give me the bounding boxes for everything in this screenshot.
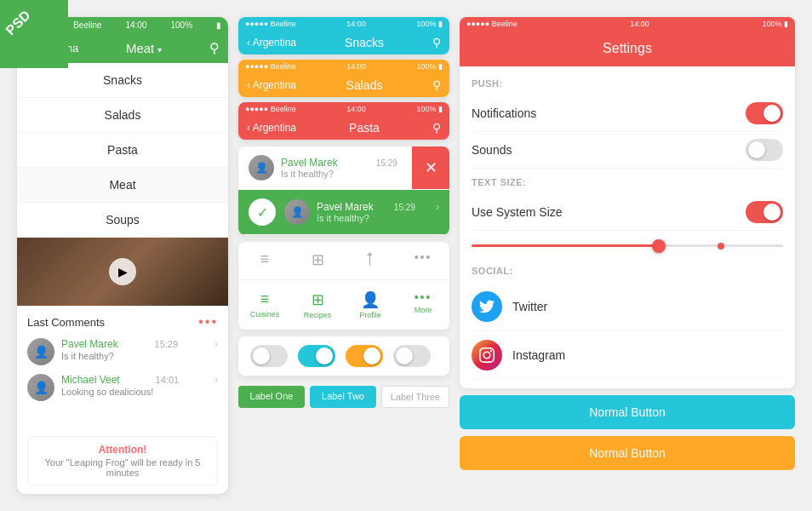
- comment-content-2: Michael Veet 14:01 › Looking so dealicio…: [61, 374, 218, 397]
- label-btn-one[interactable]: Label One: [238, 386, 305, 408]
- tab-profile-inactive[interactable]: ⭡: [344, 242, 397, 279]
- toggle-3[interactable]: [346, 345, 383, 367]
- toggle-knob-3: [363, 347, 380, 365]
- menu-list: Snacks Salads Pasta Meat Soups: [17, 63, 228, 238]
- menu-item-meat[interactable]: Meat: [17, 168, 228, 203]
- slider-dot-1: [718, 243, 724, 250]
- comments-more[interactable]: •••: [198, 314, 218, 330]
- swipe-avatar-1: 👤: [249, 155, 274, 181]
- tab-more-inactive[interactable]: •••: [397, 242, 449, 279]
- play-button[interactable]: ▶: [109, 258, 136, 285]
- screen-teal: ●●●●● Beeline 14:00 100% ▮ ‹ Argentina S…: [238, 17, 449, 55]
- nav-title: Meat ▾: [78, 41, 209, 55]
- attention-title: Attention!: [35, 444, 210, 456]
- settings-header: Settings: [460, 31, 795, 66]
- twitter-label: Twitter: [512, 300, 547, 313]
- screen-orange-nav: ‹ Argentina Salads ⚲: [238, 73, 449, 97]
- menu-item-snacks[interactable]: Snacks: [17, 63, 228, 98]
- label-btn-two[interactable]: Label Two: [310, 386, 376, 408]
- more-icon: •••: [415, 250, 432, 264]
- sounds-knob: [748, 141, 765, 158]
- comment-time-1: 15:29: [155, 339, 179, 349]
- settings-card: ●●●●● Beeline 14:00 100% ▮ Settings PUSH…: [460, 17, 795, 388]
- textsize-section-title: TEXT SIZE:: [472, 177, 783, 187]
- comment-name-1: Pavel Marek: [61, 338, 118, 350]
- swipe-item-1[interactable]: 👤 Pavel Marek 15:29 › Is it healthy? ✕: [238, 146, 449, 190]
- screen-red-search[interactable]: ⚲: [432, 121, 441, 135]
- swipe-delete-btn[interactable]: ✕: [412, 146, 449, 189]
- menu-item-soups[interactable]: Soups: [17, 203, 228, 238]
- swipe-item-2[interactable]: ✓ 👤 Pavel Marek 15:29 › Is it healthy?: [238, 190, 449, 235]
- recipes-icon: ⊞: [312, 250, 324, 269]
- instagram-row[interactable]: Instagram: [472, 331, 783, 380]
- tab-bar-row2: ≡ Cuisines ⊞ Recipes 👤 Profile ••• More: [238, 280, 449, 330]
- profile-label: Profile: [359, 311, 381, 319]
- normal-button-teal[interactable]: Normal Button: [460, 395, 795, 429]
- avatar-1: 👤: [27, 338, 54, 365]
- time: 14:00: [125, 20, 146, 30]
- notifications-label: Notifications: [472, 106, 536, 120]
- screen-orange-search[interactable]: ⚲: [432, 78, 441, 92]
- tab-cuisines-active[interactable]: ≡ Cuisines: [238, 285, 291, 324]
- label-btn-three[interactable]: Label Three: [381, 386, 449, 408]
- twitter-icon: [472, 291, 502, 322]
- toggle-4[interactable]: [393, 345, 431, 367]
- systemsize-toggle[interactable]: [746, 201, 783, 223]
- avatar-2: 👤: [27, 374, 54, 401]
- notifications-toggle[interactable]: [746, 102, 783, 124]
- search-icon[interactable]: ⚲: [209, 40, 220, 56]
- slider-fill: [472, 244, 659, 247]
- tab-more-active[interactable]: ••• More: [397, 285, 449, 324]
- tab-profile-active[interactable]: 👤 Profile: [344, 285, 397, 324]
- instagram-label: Instagram: [512, 348, 565, 362]
- swipe-section: 👤 Pavel Marek 15:29 › Is it healthy? ✕ ✓…: [238, 146, 449, 235]
- menu-item-pasta[interactable]: Pasta: [17, 133, 228, 168]
- swipe-check-icon: ✓: [249, 198, 276, 226]
- middle-panel: ●●●●● Beeline 14:00 100% ▮ ‹ Argentina S…: [238, 17, 449, 494]
- profile-icon: ⭡: [363, 250, 378, 268]
- slider-thumb[interactable]: [652, 239, 666, 253]
- tab-recipes-inactive[interactable]: ⊞: [291, 242, 344, 279]
- swipe-time-1: 15:29: [376, 158, 397, 168]
- psd-label: PSD: [3, 8, 33, 38]
- comment-item-1[interactable]: 👤 Pavel Marek 15:29 › Is it healthy?: [27, 338, 218, 365]
- settings-title: Settings: [603, 41, 652, 55]
- screen-red-back[interactable]: ‹ Argentina: [247, 122, 296, 134]
- push-section-title: PUSH:: [472, 78, 783, 89]
- sounds-toggle[interactable]: [746, 139, 783, 161]
- psd-badge: PSD: [0, 0, 68, 68]
- screen-red-title: Pasta: [296, 121, 432, 135]
- swipe-time-2: 15:29: [394, 203, 415, 212]
- screen-orange-title: Salads: [296, 78, 432, 92]
- comment-time-2: 14:01: [156, 375, 180, 385]
- more-label: More: [415, 306, 432, 314]
- tab-recipes-active[interactable]: ⊞ Recipes: [291, 285, 344, 324]
- comment-chevron-2: ›: [214, 374, 218, 386]
- tab-cuisines-inactive[interactable]: ≡: [238, 242, 291, 279]
- screen-orange-back[interactable]: ‹ Argentina: [247, 79, 296, 91]
- systemsize-row: Use System Size: [472, 194, 783, 231]
- toggle-knob-1: [253, 347, 270, 365]
- comment-item-2[interactable]: 👤 Michael Veet 14:01 › Looking so dealic…: [27, 374, 218, 401]
- swipe-arrow-2: ›: [436, 201, 439, 213]
- screen-teal-search[interactable]: ⚲: [432, 36, 441, 49]
- normal-button-orange[interactable]: Normal Button: [460, 436, 795, 470]
- screen-teal-title: Snacks: [296, 36, 432, 49]
- instagram-icon: [472, 340, 502, 370]
- systemsize-label: Use System Size: [472, 205, 563, 219]
- settings-body: PUSH: Notifications Sounds TEXT SIZE:: [460, 66, 795, 388]
- comments-section: Last Comments ••• 👤 Pavel Marek 15:29 › …: [17, 306, 228, 429]
- twitter-row[interactable]: Twitter: [472, 283, 783, 331]
- attention-box: Attention! Your "Leaping Frog" will be r…: [27, 436, 218, 485]
- comment-name-2: Michael Veet: [61, 374, 120, 386]
- toggle-1[interactable]: [250, 345, 288, 367]
- label-buttons: Label One Label Two Label Three: [238, 386, 449, 408]
- menu-item-salads[interactable]: Salads: [17, 98, 228, 133]
- swipe-name-1: Pavel Marek: [281, 157, 338, 169]
- screen-red: ●●●●● Beeline 14:00 100% ▮ ‹ Argentina P…: [238, 102, 449, 140]
- toggle-2[interactable]: [298, 345, 335, 367]
- comment-chevron-1: ›: [214, 338, 218, 350]
- battery-icon: ▮: [216, 20, 221, 30]
- screen-teal-back[interactable]: ‹ Argentina: [247, 37, 296, 49]
- notifications-row: Notifications: [472, 95, 783, 132]
